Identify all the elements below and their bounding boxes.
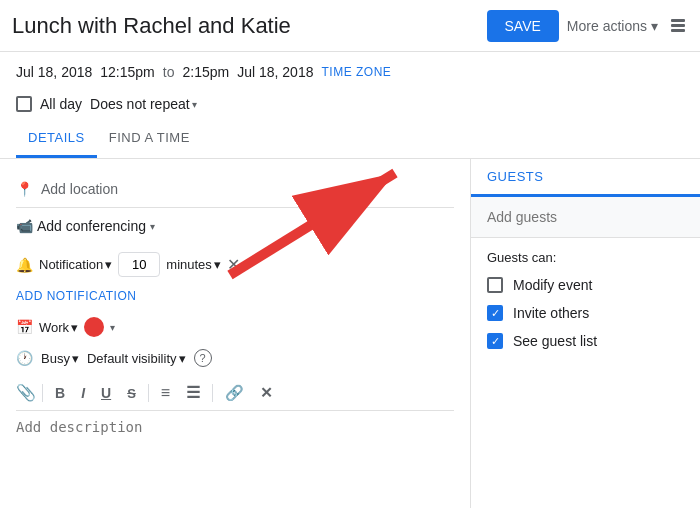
chevron-down-icon: ▾ <box>651 18 658 34</box>
video-icon: 📹 <box>16 218 33 234</box>
guests-can-label: Guests can: <box>471 238 700 271</box>
color-chevron-icon: ▾ <box>110 322 115 333</box>
calendar-chevron-icon: ▾ <box>71 320 78 335</box>
location-icon: 📍 <box>16 181 33 197</box>
visibility-chevron-icon: ▾ <box>179 351 186 366</box>
right-panel: GUESTS Guests can: Modify event Invite o… <box>470 159 700 508</box>
save-button[interactable]: SAVE <box>487 10 559 42</box>
repeat-chevron-icon: ▾ <box>192 99 197 110</box>
add-location-button[interactable]: 📍 Add location <box>16 171 454 208</box>
notification-type-dropdown[interactable]: Notification ▾ <box>39 257 112 272</box>
calendar-color-dot[interactable] <box>84 317 104 337</box>
notification-label: Notification <box>39 257 103 272</box>
add-guests-input[interactable] <box>471 197 700 238</box>
repeat-button[interactable]: Does not repeat ▾ <box>90 96 197 112</box>
guest-option-invite: Invite others <box>471 299 700 327</box>
calendar-dropdown[interactable]: Work ▾ <box>39 320 78 335</box>
invite-others-label: Invite others <box>513 305 589 321</box>
tab-find-a-time[interactable]: FIND A TIME <box>97 120 202 158</box>
bell-icon: 🔔 <box>16 257 33 273</box>
allday-label: All day <box>40 96 82 112</box>
italic-button[interactable]: I <box>75 381 91 405</box>
toolbar-separator-1 <box>42 384 43 402</box>
add-location-label: Add location <box>41 181 118 197</box>
end-time[interactable]: 2:15pm <box>182 64 229 80</box>
calendar-row: 📅 Work ▾ ▾ <box>16 311 454 343</box>
end-date[interactable]: Jul 18, 2018 <box>237 64 313 80</box>
clock-icon: 🕐 <box>16 350 33 366</box>
notification-unit-label: minutes <box>166 257 212 272</box>
see-guest-list-label: See guest list <box>513 333 597 349</box>
description-toolbar: 📎 B I U S ≡ ☰ 🔗 ✕ <box>16 373 454 411</box>
visibility-label: Default visibility <box>87 351 177 366</box>
notification-unit-dropdown[interactable]: minutes ▾ <box>166 257 221 272</box>
tabs-bar: DETAILS FIND A TIME <box>0 120 700 159</box>
timezone-button[interactable]: TIME ZONE <box>321 65 391 79</box>
notification-type-chevron-icon: ▾ <box>105 257 112 272</box>
conferencing-chevron-icon: ▾ <box>150 221 155 232</box>
notification-value-input[interactable] <box>118 252 160 277</box>
event-title-input[interactable] <box>12 13 487 39</box>
modify-event-label: Modify event <box>513 277 592 293</box>
help-icon[interactable]: ? <box>194 349 212 367</box>
more-actions-button[interactable]: More actions ▾ <box>567 18 658 34</box>
guest-option-modify: Modify event <box>471 271 700 299</box>
start-time[interactable]: 12:15pm <box>100 64 154 80</box>
main-area: 📍 Add location 📹 Add conferencing ▾ 🔔 No… <box>0 159 700 508</box>
status-row: 🕐 Busy ▾ Default visibility ▾ ? <box>16 343 454 373</box>
add-notification-button[interactable]: ADD NOTIFICATION <box>16 285 454 311</box>
to-separator: to <box>163 64 175 80</box>
grid-icon <box>668 16 688 36</box>
left-panel: 📍 Add location 📹 Add conferencing ▾ 🔔 No… <box>0 159 470 508</box>
notification-row: 🔔 Notification ▾ minutes ▾ ✕ <box>16 244 454 285</box>
repeat-label: Does not repeat <box>90 96 190 112</box>
more-actions-label: More actions <box>567 18 647 34</box>
strikethrough-button[interactable]: S <box>121 381 142 405</box>
allday-row: All day Does not repeat ▾ <box>0 92 700 120</box>
link-button[interactable]: 🔗 <box>219 380 250 406</box>
toolbar-separator-3 <box>212 384 213 402</box>
underline-button[interactable]: U <box>95 381 117 405</box>
add-conferencing-button[interactable]: 📹 Add conferencing ▾ <box>16 208 454 244</box>
calendar-label: Work <box>39 320 69 335</box>
start-date[interactable]: Jul 18, 2018 <box>16 64 92 80</box>
unordered-list-button[interactable]: ☰ <box>180 379 206 406</box>
add-conferencing-label: Add conferencing <box>37 218 146 234</box>
toolbar-separator-2 <box>148 384 149 402</box>
description-textarea[interactable] <box>16 411 454 491</box>
remove-format-button[interactable]: ✕ <box>254 380 279 406</box>
busy-chevron-icon: ▾ <box>72 351 79 366</box>
visibility-dropdown[interactable]: Default visibility ▾ <box>87 351 186 366</box>
busy-dropdown[interactable]: Busy ▾ <box>41 351 79 366</box>
busy-label: Busy <box>41 351 70 366</box>
allday-checkbox[interactable] <box>16 96 32 112</box>
modify-event-checkbox[interactable] <box>487 277 503 293</box>
notification-unit-chevron-icon: ▾ <box>214 257 221 272</box>
see-guest-list-checkbox[interactable] <box>487 333 503 349</box>
attach-icon[interactable]: 📎 <box>16 383 36 402</box>
remove-notification-icon[interactable]: ✕ <box>227 255 240 274</box>
bold-button[interactable]: B <box>49 381 71 405</box>
tab-details[interactable]: DETAILS <box>16 120 97 158</box>
guests-tab[interactable]: GUESTS <box>471 159 700 197</box>
ordered-list-button[interactable]: ≡ <box>155 380 176 406</box>
invite-others-checkbox[interactable] <box>487 305 503 321</box>
calendar-icon: 📅 <box>16 319 33 335</box>
page-wrapper: SAVE More actions ▾ Jul 18, 2018 12:15pm… <box>0 0 700 525</box>
guest-option-see-list: See guest list <box>471 327 700 355</box>
date-row: Jul 18, 2018 12:15pm to 2:15pm Jul 18, 2… <box>0 52 700 92</box>
header: SAVE More actions ▾ <box>0 0 700 52</box>
